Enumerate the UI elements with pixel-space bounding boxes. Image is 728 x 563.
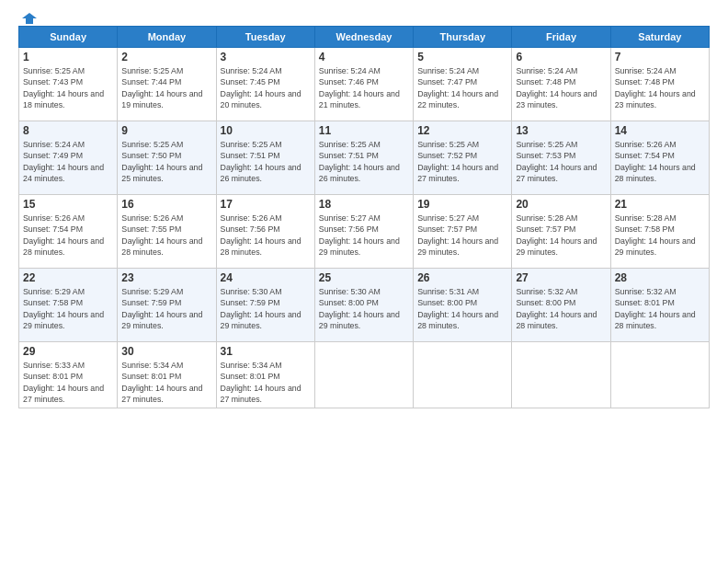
day-detail: Sunrise: 5:26 AMSunset: 7:54 PMDaylight:… <box>23 213 113 258</box>
day-number: 31 <box>221 345 311 358</box>
calendar-week-row: 15Sunrise: 5:26 AMSunset: 7:54 PMDayligh… <box>19 195 710 269</box>
day-number: 9 <box>121 124 211 137</box>
calendar-cell: 10Sunrise: 5:25 AMSunset: 7:51 PMDayligh… <box>216 121 314 195</box>
day-detail: Sunrise: 5:34 AMSunset: 8:01 PMDaylight:… <box>221 360 311 405</box>
calendar-cell: 3Sunrise: 5:24 AMSunset: 7:45 PMDaylight… <box>216 48 314 121</box>
day-number: 8 <box>23 124 113 137</box>
header <box>18 15 710 22</box>
calendar-cell: 6Sunrise: 5:24 AMSunset: 7:48 PMDaylight… <box>512 48 610 121</box>
day-number: 13 <box>516 124 606 137</box>
calendar-cell: 7Sunrise: 5:24 AMSunset: 7:48 PMDaylight… <box>610 48 709 121</box>
calendar-cell: 14Sunrise: 5:26 AMSunset: 7:54 PMDayligh… <box>610 121 709 195</box>
calendar-cell: 12Sunrise: 5:25 AMSunset: 7:52 PMDayligh… <box>414 121 512 195</box>
day-number: 10 <box>221 124 311 137</box>
calendar-cell: 4Sunrise: 5:24 AMSunset: 7:46 PMDaylight… <box>314 48 413 121</box>
logo-bird-icon <box>22 11 37 26</box>
day-header-sunday: Sunday <box>19 27 118 48</box>
calendar-cell: 21Sunrise: 5:28 AMSunset: 7:58 PMDayligh… <box>610 195 709 269</box>
calendar-week-row: 8Sunrise: 5:24 AMSunset: 7:49 PMDaylight… <box>19 121 710 195</box>
day-number: 24 <box>221 271 311 284</box>
day-detail: Sunrise: 5:25 AMSunset: 7:43 PMDaylight:… <box>23 65 113 110</box>
day-number: 30 <box>121 345 211 358</box>
day-header-wednesday: Wednesday <box>314 27 413 48</box>
day-number: 6 <box>516 51 606 63</box>
calendar-cell: 23Sunrise: 5:29 AMSunset: 7:59 PMDayligh… <box>118 269 216 342</box>
day-detail: Sunrise: 5:27 AMSunset: 7:56 PMDaylight:… <box>319 213 409 258</box>
day-detail: Sunrise: 5:33 AMSunset: 8:01 PMDaylight:… <box>23 360 113 405</box>
day-detail: Sunrise: 5:25 AMSunset: 7:44 PMDaylight:… <box>121 65 211 110</box>
day-number: 28 <box>615 271 705 284</box>
day-number: 26 <box>417 271 507 284</box>
day-number: 27 <box>516 271 606 284</box>
calendar-cell: 24Sunrise: 5:30 AMSunset: 7:59 PMDayligh… <box>216 269 314 342</box>
day-number: 7 <box>615 51 705 63</box>
calendar-cell: 11Sunrise: 5:25 AMSunset: 7:51 PMDayligh… <box>314 121 413 195</box>
day-detail: Sunrise: 5:27 AMSunset: 7:57 PMDaylight:… <box>417 213 507 258</box>
day-header-friday: Friday <box>512 27 610 48</box>
day-detail: Sunrise: 5:28 AMSunset: 7:57 PMDaylight:… <box>516 213 606 258</box>
day-number: 17 <box>221 198 311 211</box>
logo <box>18 15 37 22</box>
day-detail: Sunrise: 5:28 AMSunset: 7:58 PMDaylight:… <box>615 213 705 258</box>
calendar-cell: 22Sunrise: 5:29 AMSunset: 7:58 PMDayligh… <box>19 269 118 342</box>
day-detail: Sunrise: 5:24 AMSunset: 7:46 PMDaylight:… <box>319 65 409 110</box>
day-header-tuesday: Tuesday <box>216 27 314 48</box>
day-detail: Sunrise: 5:32 AMSunset: 8:01 PMDaylight:… <box>615 286 705 331</box>
calendar-cell <box>512 342 610 408</box>
day-number: 14 <box>615 124 705 137</box>
calendar-cell: 8Sunrise: 5:24 AMSunset: 7:49 PMDaylight… <box>19 121 118 195</box>
day-detail: Sunrise: 5:34 AMSunset: 8:01 PMDaylight:… <box>121 360 211 405</box>
day-number: 1 <box>23 51 113 63</box>
calendar-cell: 30Sunrise: 5:34 AMSunset: 8:01 PMDayligh… <box>118 342 216 408</box>
calendar-cell: 27Sunrise: 5:32 AMSunset: 8:00 PMDayligh… <box>512 269 610 342</box>
day-detail: Sunrise: 5:26 AMSunset: 7:56 PMDaylight:… <box>221 213 311 258</box>
calendar-cell: 5Sunrise: 5:24 AMSunset: 7:47 PMDaylight… <box>414 48 512 121</box>
calendar-cell <box>414 342 512 408</box>
page: SundayMondayTuesdayWednesdayThursdayFrid… <box>0 0 728 563</box>
day-header-thursday: Thursday <box>414 27 512 48</box>
day-detail: Sunrise: 5:29 AMSunset: 7:59 PMDaylight:… <box>121 286 211 331</box>
calendar-cell: 13Sunrise: 5:25 AMSunset: 7:53 PMDayligh… <box>512 121 610 195</box>
day-detail: Sunrise: 5:26 AMSunset: 7:54 PMDaylight:… <box>615 139 705 184</box>
calendar-cell <box>610 342 709 408</box>
day-number: 3 <box>221 51 311 63</box>
day-number: 21 <box>615 198 705 211</box>
day-header-saturday: Saturday <box>610 27 709 48</box>
calendar-cell: 25Sunrise: 5:30 AMSunset: 8:00 PMDayligh… <box>314 269 413 342</box>
day-detail: Sunrise: 5:30 AMSunset: 7:59 PMDaylight:… <box>221 286 311 331</box>
calendar-cell: 29Sunrise: 5:33 AMSunset: 8:01 PMDayligh… <box>19 342 118 408</box>
calendar-cell: 31Sunrise: 5:34 AMSunset: 8:01 PMDayligh… <box>216 342 314 408</box>
calendar-cell: 18Sunrise: 5:27 AMSunset: 7:56 PMDayligh… <box>314 195 413 269</box>
calendar-cell: 15Sunrise: 5:26 AMSunset: 7:54 PMDayligh… <box>19 195 118 269</box>
day-number: 11 <box>319 124 409 137</box>
day-detail: Sunrise: 5:25 AMSunset: 7:51 PMDaylight:… <box>221 139 311 184</box>
day-number: 15 <box>23 198 113 211</box>
day-detail: Sunrise: 5:29 AMSunset: 7:58 PMDaylight:… <box>23 286 113 331</box>
day-number: 25 <box>319 271 409 284</box>
calendar-cell: 28Sunrise: 5:32 AMSunset: 8:01 PMDayligh… <box>610 269 709 342</box>
calendar-week-row: 22Sunrise: 5:29 AMSunset: 7:58 PMDayligh… <box>19 269 710 342</box>
day-detail: Sunrise: 5:26 AMSunset: 7:55 PMDaylight:… <box>121 213 211 258</box>
day-number: 23 <box>121 271 211 284</box>
day-detail: Sunrise: 5:24 AMSunset: 7:49 PMDaylight:… <box>23 139 113 184</box>
day-detail: Sunrise: 5:24 AMSunset: 7:48 PMDaylight:… <box>615 65 705 110</box>
day-number: 29 <box>23 345 113 358</box>
day-number: 2 <box>121 51 211 63</box>
svg-marker-0 <box>22 13 37 24</box>
day-detail: Sunrise: 5:25 AMSunset: 7:52 PMDaylight:… <box>417 139 507 184</box>
calendar-cell: 9Sunrise: 5:25 AMSunset: 7:50 PMDaylight… <box>118 121 216 195</box>
day-number: 16 <box>121 198 211 211</box>
day-detail: Sunrise: 5:30 AMSunset: 8:00 PMDaylight:… <box>319 286 409 331</box>
day-number: 20 <box>516 198 606 211</box>
day-detail: Sunrise: 5:24 AMSunset: 7:47 PMDaylight:… <box>417 65 507 110</box>
day-number: 4 <box>319 51 409 63</box>
day-detail: Sunrise: 5:24 AMSunset: 7:45 PMDaylight:… <box>221 65 311 110</box>
day-detail: Sunrise: 5:25 AMSunset: 7:53 PMDaylight:… <box>516 139 606 184</box>
calendar-cell: 1Sunrise: 5:25 AMSunset: 7:43 PMDaylight… <box>19 48 118 121</box>
day-header-monday: Monday <box>118 27 216 48</box>
calendar-header-row: SundayMondayTuesdayWednesdayThursdayFrid… <box>19 27 710 48</box>
day-detail: Sunrise: 5:25 AMSunset: 7:51 PMDaylight:… <box>319 139 409 184</box>
calendar-table: SundayMondayTuesdayWednesdayThursdayFrid… <box>18 26 710 408</box>
day-detail: Sunrise: 5:31 AMSunset: 8:00 PMDaylight:… <box>417 286 507 331</box>
calendar-week-row: 29Sunrise: 5:33 AMSunset: 8:01 PMDayligh… <box>19 342 710 408</box>
